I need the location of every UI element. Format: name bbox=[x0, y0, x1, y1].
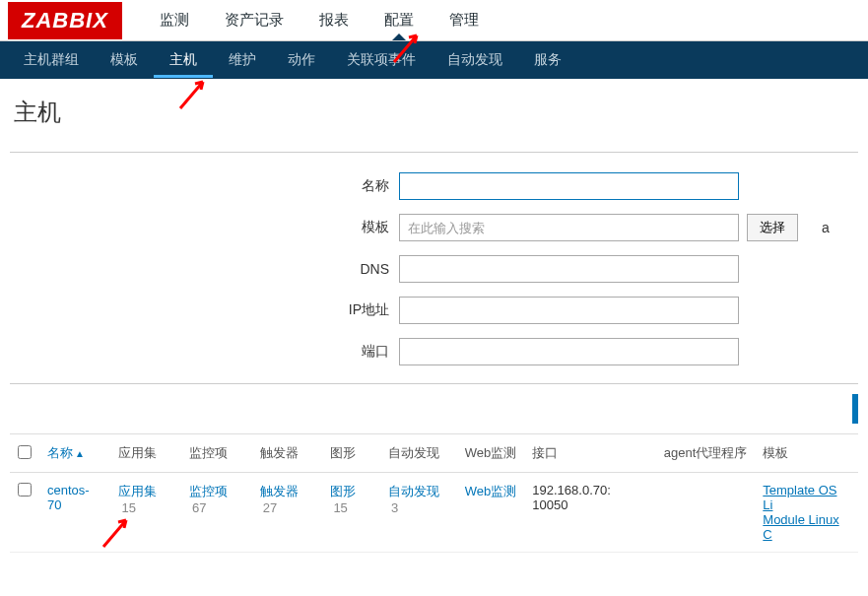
items-link[interactable]: 监控项 bbox=[189, 484, 228, 498]
subnav-templates[interactable]: 模板 bbox=[95, 42, 154, 78]
header-applications: 应用集 bbox=[110, 434, 181, 473]
action-bar bbox=[10, 384, 858, 433]
extra-label: a bbox=[822, 220, 830, 235]
sub-nav: 主机群组 模板 主机 维护 动作 关联项事件 自动发现 服务 bbox=[0, 41, 868, 79]
filter-port-label: 端口 bbox=[10, 343, 399, 361]
table-row: centos-70 应用集15 监控项67 触发器27 图形15 自动发现3 W… bbox=[10, 473, 858, 553]
top-nav: 监测 资产记录 报表 配置 管理 bbox=[142, 1, 497, 39]
web-link[interactable]: Web监测 bbox=[465, 484, 517, 498]
header-proxy: agent代理程序 bbox=[656, 434, 756, 473]
subnav-correlation[interactable]: 关联项事件 bbox=[331, 42, 432, 78]
header-name[interactable]: 名称▲ bbox=[39, 434, 110, 473]
triggers-link[interactable]: 触发器 bbox=[260, 484, 299, 498]
applications-count: 15 bbox=[121, 500, 135, 515]
template-select-button[interactable]: 选择 bbox=[747, 214, 798, 241]
discovery-count: 3 bbox=[391, 500, 398, 515]
nav-reports[interactable]: 报表 bbox=[301, 1, 367, 39]
template-link-2[interactable]: Module Linux C bbox=[763, 512, 838, 542]
row-checkbox[interactable] bbox=[18, 483, 32, 497]
filter-dns-label: DNS bbox=[10, 261, 399, 277]
subnav-discovery[interactable]: 自动发现 bbox=[432, 42, 518, 78]
nav-administration[interactable]: 管理 bbox=[432, 1, 497, 39]
nav-inventory[interactable]: 资产记录 bbox=[207, 1, 301, 39]
sort-asc-icon: ▲ bbox=[75, 448, 85, 459]
filter-name-label: 名称 bbox=[10, 177, 399, 195]
nav-monitoring[interactable]: 监测 bbox=[142, 1, 207, 39]
discovery-link[interactable]: 自动发现 bbox=[388, 484, 439, 498]
subnav-hosts[interactable]: 主机 bbox=[154, 42, 213, 78]
applications-link[interactable]: 应用集 bbox=[118, 484, 157, 498]
header-graphs: 图形 bbox=[322, 434, 380, 473]
items-count: 67 bbox=[192, 500, 206, 515]
hosts-table: 名称▲ 应用集 监控项 触发器 图形 自动发现 Web监测 接口 agent代理… bbox=[10, 433, 858, 553]
header-templates: 模板 bbox=[755, 434, 858, 473]
filter-template-input[interactable] bbox=[399, 214, 739, 241]
filter-ip-input[interactable] bbox=[399, 297, 739, 324]
header-triggers: 触发器 bbox=[252, 434, 323, 473]
zabbix-logo[interactable]: ZABBIX bbox=[8, 2, 122, 39]
header-interface: 接口 bbox=[524, 434, 655, 473]
action-button[interactable] bbox=[852, 394, 858, 424]
nav-configuration[interactable]: 配置 bbox=[367, 1, 432, 39]
filter-dns-input[interactable] bbox=[399, 255, 739, 283]
header-web: Web监测 bbox=[457, 434, 525, 473]
subnav-actions[interactable]: 动作 bbox=[272, 42, 331, 78]
header-items: 监控项 bbox=[181, 434, 252, 473]
host-name-link[interactable]: centos-70 bbox=[47, 483, 90, 512]
proxy-cell bbox=[656, 473, 756, 553]
page-title: 主机 bbox=[0, 79, 868, 152]
subnav-services[interactable]: 服务 bbox=[518, 42, 577, 78]
filter-panel: 名称 模板 选择 a DNS IP地址 端口 bbox=[10, 152, 858, 384]
template-link-1[interactable]: Template OS Li bbox=[763, 483, 836, 512]
interface-cell: 192.168.0.70: 10050 bbox=[524, 473, 655, 553]
triggers-count: 27 bbox=[263, 500, 277, 515]
graphs-link[interactable]: 图形 bbox=[330, 484, 356, 498]
filter-name-input[interactable] bbox=[399, 172, 739, 200]
select-all-checkbox[interactable] bbox=[18, 445, 32, 459]
subnav-hostgroups[interactable]: 主机群组 bbox=[8, 42, 95, 78]
subnav-maintenance[interactable]: 维护 bbox=[213, 42, 272, 78]
filter-port-input[interactable] bbox=[399, 338, 739, 365]
filter-template-label: 模板 bbox=[10, 219, 399, 236]
graphs-count: 15 bbox=[333, 500, 347, 515]
filter-ip-label: IP地址 bbox=[10, 301, 399, 319]
header-discovery: 自动发现 bbox=[380, 434, 457, 473]
